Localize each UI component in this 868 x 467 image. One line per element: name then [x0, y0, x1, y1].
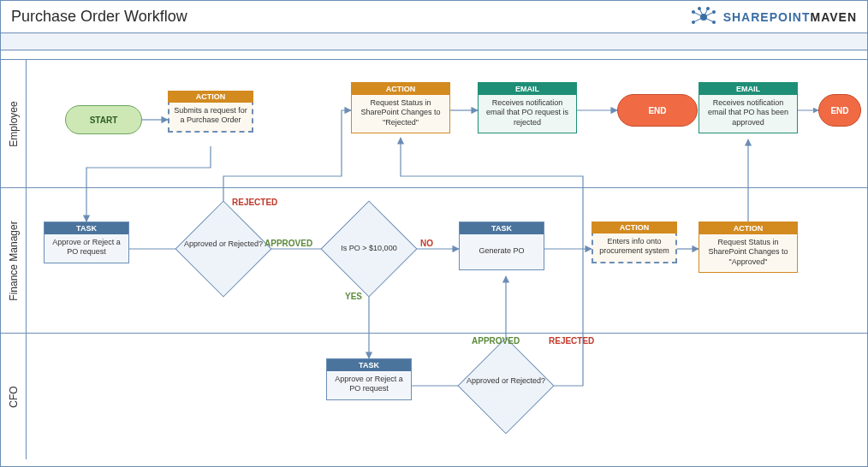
- title-bar: Purchase Order Workflow: [1, 1, 867, 33]
- email-header: EMAIL: [479, 83, 576, 95]
- decision-amount-label: Is PO > $10,000: [322, 244, 416, 253]
- action-submit-po-request: ACTION Submits a request for a Purchase …: [168, 91, 253, 133]
- end-node-approved: END: [818, 94, 861, 127]
- start-node: START: [65, 105, 142, 134]
- action-body: Request Status in SharePoint Changes to …: [352, 95, 449, 133]
- email-body: Receives notification email that PO requ…: [479, 95, 576, 133]
- task-body: Generate PO: [474, 234, 528, 269]
- task-header: TASK: [45, 222, 128, 234]
- edge-label-rejected-cfo: REJECTED: [549, 336, 594, 346]
- lane-label-cfo: CFO: [1, 333, 27, 459]
- lane-label-finance-manager: Finance Manager: [1, 187, 27, 333]
- diagram-page: Purchase Order Workflow: [0, 0, 868, 467]
- email-header: EMAIL: [699, 83, 797, 95]
- task-header: TASK: [327, 359, 411, 371]
- email-po-approved: EMAIL Receives notification email that P…: [699, 82, 798, 133]
- edge-label-yes: YES: [345, 292, 362, 301]
- decision-fm-label: Approved or Rejected?: [176, 239, 271, 249]
- action-body: Request Status in SharePoint Changes to …: [699, 234, 797, 272]
- logo-text-maven: MAVEN: [810, 10, 857, 24]
- end-node-rejected: END: [617, 94, 698, 127]
- lane-area-cfo: [27, 333, 867, 459]
- task-generate-po: TASK Generate PO: [459, 222, 544, 270]
- task-header: TASK: [460, 222, 544, 234]
- action-status-approved: ACTION Request Status in SharePoint Chan…: [699, 222, 798, 273]
- task-body: Approve or Reject a PO request: [45, 234, 128, 263]
- lane-label-employee: Employee: [1, 59, 27, 187]
- page-title: Purchase Order Workflow: [11, 8, 187, 26]
- edge-label-approved-fm: APPROVED: [265, 239, 312, 248]
- edge-label-no: NO: [420, 239, 433, 248]
- edge-label-approved-cfo: APPROVED: [472, 336, 520, 346]
- logo-dots-icon: [689, 6, 718, 28]
- task-fm-approve-reject: TASK Approve or Reject a PO request: [44, 222, 129, 263]
- edge-label-rejected-fm: REJECTED: [232, 198, 277, 207]
- task-cfo-approve-reject: TASK Approve or Reject a PO request: [326, 358, 412, 400]
- email-po-rejected: EMAIL Receives notification email that P…: [478, 82, 577, 133]
- email-body: Receives notification email that PO has …: [699, 95, 797, 133]
- action-enter-procurement: ACTION Enters info onto procurement syst…: [592, 222, 677, 263]
- logo-text-sharepoint: SHAREPOINT: [723, 10, 811, 24]
- action-header: ACTION: [699, 222, 797, 234]
- task-body: Approve or Reject a PO request: [327, 371, 411, 399]
- action-body: Enters info onto procurement system: [593, 234, 675, 262]
- decision-cfo-label: Approved or Rejected?: [459, 376, 553, 386]
- action-status-rejected: ACTION Request Status in SharePoint Chan…: [351, 82, 450, 133]
- action-header: ACTION: [352, 83, 449, 95]
- action-header: ACTION: [592, 222, 677, 234]
- action-body: Submits a request for a Purchase Order: [169, 103, 252, 131]
- action-header: ACTION: [168, 91, 253, 103]
- header-strip: [1, 33, 867, 50]
- sharepointmaven-logo: SHAREPOINTMAVEN: [689, 6, 857, 28]
